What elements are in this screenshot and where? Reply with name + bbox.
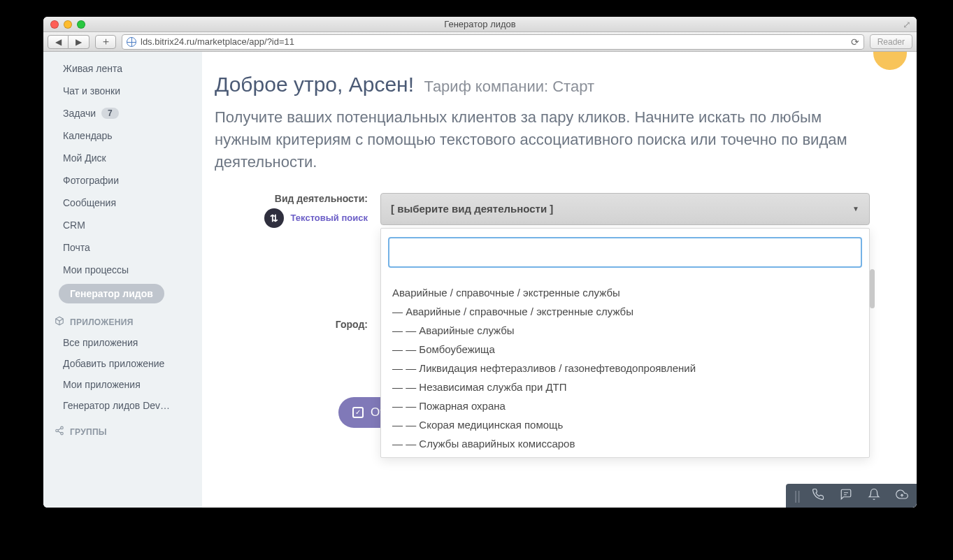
sidebar-item-photos[interactable]: Фотографии — [43, 169, 202, 192]
sidebar: Живая лента Чат и звонки Задачи 7 Календ… — [43, 52, 202, 508]
tariff-text: Тариф компании: Старт — [424, 78, 594, 95]
activity-select-head[interactable]: [ выберите вид деятельности ] ▼ — [380, 193, 870, 225]
svg-point-0 — [61, 426, 64, 429]
svg-point-2 — [61, 432, 64, 435]
activity-select: [ выберите вид деятельности ] ▼ Аварийны… — [380, 193, 870, 225]
site-icon — [127, 37, 136, 47]
sidebar-item-mail[interactable]: Почта — [43, 236, 202, 259]
main-panel: Доброе утро, Арсен! Тариф компании: Стар… — [202, 52, 917, 508]
sidebar-apps-my[interactable]: Мои приложения — [43, 374, 202, 395]
activity-select-value: [ выберите вид деятельности ] — [391, 203, 553, 215]
text-search-link[interactable]: Текстовый поиск — [291, 213, 368, 223]
nav-back-forward: ◀ ▶ — [48, 35, 89, 49]
caret-down-icon: ▼ — [852, 205, 859, 213]
sidebar-item-feed[interactable]: Живая лента — [43, 57, 202, 80]
sidebar-apps-add[interactable]: Добавить приложение — [43, 353, 202, 374]
share-icon — [55, 426, 64, 438]
sidebar-apps-dev[interactable]: Генератор лидов Dev… — [43, 395, 202, 416]
activity-label: Вид деятельности: — [202, 193, 368, 204]
bottom-dock: || — [786, 484, 917, 508]
city-label: Город: — [202, 319, 380, 330]
sidebar-item-disk[interactable]: Мой Диск — [43, 147, 202, 169]
svg-point-1 — [56, 429, 59, 432]
dropdown-item[interactable]: — — Пожарная охрана — [388, 396, 862, 415]
dropdown-item[interactable]: — — Службы аварийных комиссаров — [388, 434, 862, 453]
dropdown-item[interactable]: — — Аварийные службы — [388, 321, 862, 340]
activity-dropdown: Аварийные / справочные / экстренные служ… — [380, 228, 870, 458]
browser-window: Генератор лидов ⤢ ◀ ▶ ＋ lds.bitrix24.ru/… — [43, 17, 917, 508]
dropdown-item[interactable]: — Аварийные / справочные / экстренные сл… — [388, 302, 862, 321]
tasks-badge: 7 — [101, 108, 119, 119]
phone-icon[interactable] — [812, 488, 824, 503]
new-tab-button[interactable]: ＋ — [95, 35, 116, 49]
dropdown-item[interactable]: — — Независимая служба при ДТП — [388, 378, 862, 396]
url-text: lds.bitrix24.ru/marketplace/app/?id=11 — [141, 36, 294, 47]
titlebar: Генератор лидов ⤢ — [43, 17, 917, 32]
sidebar-apps-all[interactable]: Все приложения — [43, 332, 202, 353]
traffic-lights — [50, 20, 85, 29]
reader-button[interactable]: Reader — [870, 34, 912, 49]
dropdown-item[interactable]: — — Скорая медицинская помощь — [388, 415, 862, 434]
swap-mode-button[interactable]: ⇅ — [264, 208, 284, 228]
sidebar-item-lead-generator[interactable]: Генератор лидов — [59, 284, 164, 303]
browser-toolbar: ◀ ▶ ＋ lds.bitrix24.ru/marketplace/app/?i… — [43, 32, 917, 52]
sidebar-section-apps[interactable]: ПРИЛОЖЕНИЯ — [43, 306, 202, 332]
sidebar-item-tasks[interactable]: Задачи 7 — [43, 102, 202, 124]
page-greeting: Доброе утро, Арсен! — [215, 73, 414, 96]
cube-icon — [55, 316, 64, 328]
sidebar-item-crm[interactable]: CRM — [43, 214, 202, 236]
dropdown-list: Аварийные / справочные / экстренные служ… — [388, 283, 862, 453]
dropdown-search-input[interactable] — [388, 237, 862, 268]
page-subtitle: Получите ваших потенциальных клиентов за… — [215, 106, 858, 173]
sidebar-item-calendar[interactable]: Календарь — [43, 124, 202, 147]
fullscreen-icon[interactable]: ⤢ — [903, 20, 912, 29]
dropdown-scrollbar[interactable] — [870, 269, 875, 308]
dock-separator: || — [794, 489, 801, 503]
forward-button[interactable]: ▶ — [69, 35, 89, 49]
back-button[interactable]: ◀ — [48, 35, 69, 49]
sidebar-item-processes[interactable]: Мои процессы — [43, 259, 202, 281]
reload-icon[interactable]: ⟳ — [851, 36, 859, 48]
dropdown-item[interactable]: Аварийные / справочные / экстренные служ… — [388, 283, 862, 302]
minimize-window-button[interactable] — [64, 20, 72, 29]
window-title: Генератор лидов — [43, 19, 917, 29]
sidebar-item-chat[interactable]: Чат и звонки — [43, 80, 202, 102]
search-form: Вид деятельности: ⇅ Текстовый поиск [ вы… — [202, 193, 903, 228]
download-icon: ✓ — [352, 407, 364, 418]
address-bar[interactable]: lds.bitrix24.ru/marketplace/app/?id=11 ⟳ — [122, 34, 864, 50]
sidebar-section-groups[interactable]: ГРУППЫ — [43, 416, 202, 442]
page-content: Живая лента Чат и звонки Задачи 7 Календ… — [43, 52, 917, 508]
close-window-button[interactable] — [50, 20, 59, 29]
sidebar-item-messages[interactable]: Сообщения — [43, 192, 202, 214]
dropdown-item[interactable]: — — Ликвидация нефтеразливов / газонефте… — [388, 359, 862, 378]
chat-icon[interactable] — [840, 488, 852, 503]
cloud-icon[interactable] — [896, 488, 908, 503]
dropdown-item[interactable]: — — Бомбоубежища — [388, 340, 862, 359]
bell-icon[interactable] — [868, 488, 880, 503]
zoom-window-button[interactable] — [77, 20, 85, 29]
